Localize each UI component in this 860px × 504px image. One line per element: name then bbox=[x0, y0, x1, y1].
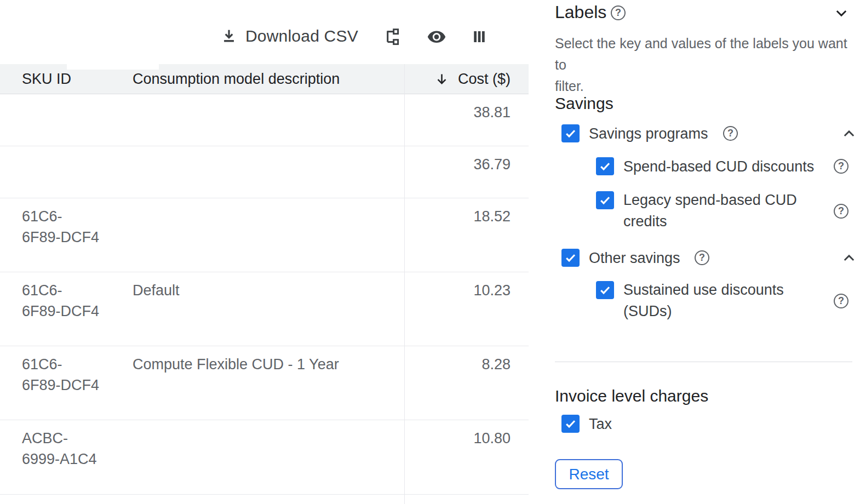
other-savings-checkbox[interactable] bbox=[561, 249, 580, 267]
cost-cell: 36.79 bbox=[473, 154, 511, 175]
tax-checkbox[interactable] bbox=[561, 415, 580, 433]
table-toolbar: Download CSV bbox=[0, 22, 529, 50]
check-icon bbox=[564, 417, 577, 431]
hierarchy-expand-icon bbox=[384, 28, 402, 45]
description-cell: Default bbox=[133, 280, 180, 301]
labels-filter-panel: Labels Select the key and values of the … bbox=[555, 0, 860, 504]
column-display-icon bbox=[471, 28, 488, 45]
tax-label: Tax bbox=[589, 415, 612, 433]
check-icon bbox=[564, 251, 577, 265]
download-csv-label: Download CSV bbox=[245, 27, 358, 45]
check-icon bbox=[564, 127, 577, 140]
other-savings-label: Other savings bbox=[589, 249, 680, 267]
hierarchy-expand-button[interactable] bbox=[380, 24, 405, 49]
savings-heading: Savings bbox=[555, 94, 614, 113]
other-savings-help-icon[interactable] bbox=[695, 250, 709, 265]
column-header-sku-id[interactable]: SKU ID bbox=[22, 64, 71, 94]
sku-id-cell: 61C6- 6F89-DCF4 bbox=[22, 206, 99, 248]
billing-report-screen: Download CSV bbox=[0, 0, 860, 504]
table-body: 38.81 36.79 61C6- 6F89-DCF4 18.52 61C6- … bbox=[0, 94, 529, 504]
sustained-use-discounts-label: Sustained use discounts (SUDs) bbox=[623, 279, 812, 322]
legacy-cud-credits-checkbox[interactable] bbox=[596, 191, 614, 209]
cost-cell: 38.81 bbox=[473, 102, 511, 123]
download-icon bbox=[220, 27, 238, 45]
spend-based-cud-checkbox[interactable] bbox=[596, 157, 614, 175]
sort-descending-icon bbox=[434, 72, 449, 87]
description-cell: Compute Flexible CUD - 1 Year bbox=[133, 354, 339, 375]
labels-title: Labels bbox=[555, 2, 606, 22]
labels-subtitle: Select the key and values of the labels … bbox=[555, 33, 851, 97]
legacy-cud-credits-label: Legacy spend-based CUD credits bbox=[623, 190, 812, 232]
table-row: 38.81 bbox=[0, 94, 529, 146]
spend-based-cud-help-icon[interactable] bbox=[834, 159, 848, 174]
savings-programs-label: Savings programs bbox=[589, 125, 708, 143]
check-icon bbox=[598, 159, 612, 173]
check-icon bbox=[598, 283, 612, 297]
other-savings-collapse-chevron-up-icon[interactable] bbox=[841, 250, 857, 266]
cost-cell: 18.52 bbox=[473, 206, 511, 227]
cost-column-divider bbox=[404, 64, 405, 504]
download-csv-button[interactable]: Download CSV bbox=[220, 22, 358, 50]
column-header-cost-label: Cost ($) bbox=[458, 64, 511, 94]
sustained-use-discounts-checkbox[interactable] bbox=[596, 281, 614, 299]
cost-table-section: Download CSV bbox=[0, 0, 529, 504]
labels-collapse-chevron-down-icon[interactable] bbox=[834, 5, 849, 21]
table-row: 61C6- 6F89-DCF4 Default 10.23 bbox=[0, 272, 529, 346]
invoice-level-charges-heading: Invoice level charges bbox=[555, 387, 708, 405]
visibility-button[interactable] bbox=[424, 24, 449, 49]
legacy-cud-credits-help-icon[interactable] bbox=[834, 204, 848, 219]
cost-cell: 8.28 bbox=[481, 354, 511, 375]
savings-programs-help-icon[interactable] bbox=[723, 126, 738, 141]
table-row: 61C6- 6F89-DCF4 18.52 bbox=[0, 198, 529, 272]
table-row: 61C6- 6F89-DCF4 Compute Flexible CUD - 1… bbox=[0, 346, 529, 420]
redaction-patch bbox=[67, 60, 159, 70]
savings-programs-collapse-chevron-up-icon[interactable] bbox=[841, 126, 857, 141]
check-icon bbox=[598, 193, 612, 207]
table-row: ACBC- 6999-A1C4 10.80 bbox=[0, 420, 529, 495]
reset-button[interactable]: Reset bbox=[555, 459, 623, 489]
table-row: 36.79 bbox=[0, 146, 529, 198]
column-display-button[interactable] bbox=[467, 24, 492, 49]
column-header-cost[interactable]: Cost ($) bbox=[434, 64, 511, 94]
cost-cell: 10.80 bbox=[473, 428, 511, 449]
sku-id-cell: 61C6- 6F89-DCF4 bbox=[22, 280, 99, 322]
visibility-icon bbox=[427, 27, 446, 47]
sku-id-cell: 61C6- 6F89-DCF4 bbox=[22, 354, 99, 396]
savings-programs-checkbox[interactable] bbox=[561, 124, 580, 142]
labels-header: Labels bbox=[555, 2, 852, 24]
column-header-description[interactable]: Consumption model description bbox=[133, 64, 340, 94]
labels-help-icon[interactable] bbox=[611, 5, 626, 20]
table-row-partial bbox=[0, 495, 529, 504]
sku-id-cell: ACBC- 6999-A1C4 bbox=[22, 428, 97, 469]
cost-cell: 10.23 bbox=[473, 280, 511, 301]
panel-divider bbox=[555, 362, 852, 362]
sustained-use-discounts-help-icon[interactable] bbox=[834, 294, 848, 308]
spend-based-cud-label: Spend-based CUD discounts bbox=[623, 158, 814, 176]
